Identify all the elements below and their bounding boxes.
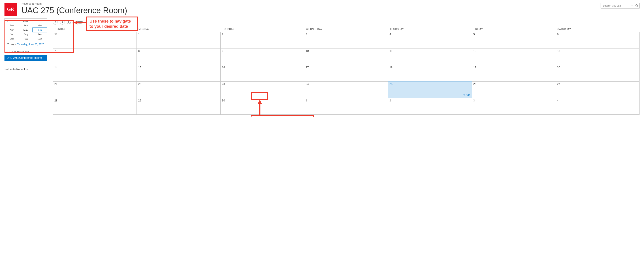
day-number: 31: [54, 33, 135, 36]
day-number: 21: [54, 82, 135, 86]
add-event-button[interactable]: ✚Add: [463, 93, 470, 97]
calendar-grid-icon: [5, 51, 8, 53]
calendar-day-cell[interactable]: 1: [137, 32, 220, 48]
day-header: FRIDAY: [472, 26, 556, 32]
calendar-day-cell[interactable]: 14: [53, 65, 137, 82]
calendar-day-cell[interactable]: 1: [304, 98, 388, 115]
calendar-day-cell[interactable]: 27: [556, 82, 639, 98]
day-header: TUESDAY: [220, 26, 304, 32]
mini-month-jul[interactable]: Jul: [5, 32, 19, 37]
day-number: 12: [473, 49, 554, 52]
search-box[interactable]: ▾: [600, 3, 640, 8]
calendar-day-cell[interactable]: 12: [472, 48, 556, 65]
calendar-day-cell[interactable]: 20: [556, 65, 639, 82]
calendar-day-cell[interactable]: 16: [220, 65, 304, 82]
calendars-in-view-heading: Calendars in View: [4, 50, 47, 54]
mini-month-grid: JanFebMarAprMayJunJulAugSepOctNovDec: [5, 23, 47, 41]
search-icon[interactable]: [634, 3, 639, 8]
day-header: THURSDAY: [388, 26, 472, 32]
day-header: WEDNESDAY: [304, 26, 388, 32]
calendar-day-cell[interactable]: 18: [388, 65, 472, 82]
calendar-day-cell[interactable]: 7: [53, 48, 137, 65]
mini-month-oct[interactable]: Oct: [5, 37, 19, 41]
calendar-day-cell[interactable]: 2: [388, 98, 472, 115]
day-number: 2: [390, 99, 470, 102]
mini-month-jun[interactable]: Jun: [32, 27, 47, 32]
mini-month-mar[interactable]: Mar: [33, 23, 47, 28]
month-prev-icon[interactable]: [53, 20, 58, 24]
day-number: 10: [306, 49, 386, 52]
mini-month-picker: ◄ 2020 ► JanFebMarAprMayJunJulAugSepOctN…: [4, 18, 47, 47]
calendar-day-cell[interactable]: 13: [556, 48, 639, 65]
month-next-icon[interactable]: [60, 20, 65, 24]
calendar-day-cell[interactable]: 10: [304, 48, 388, 65]
mini-month-may[interactable]: May: [19, 28, 33, 32]
mini-year-label[interactable]: 2020: [23, 19, 28, 22]
day-number: 7: [54, 49, 135, 52]
calendar-day-cell[interactable]: 9: [220, 48, 304, 65]
calendar-day-cell[interactable]: 30: [220, 98, 304, 115]
mini-year-next-icon[interactable]: ►: [44, 20, 46, 22]
mini-month-feb[interactable]: Feb: [19, 23, 33, 28]
calendar-day-cell[interactable]: 19: [472, 65, 556, 82]
day-number: 20: [557, 66, 638, 69]
search-input[interactable]: [601, 3, 630, 8]
day-number: 25: [390, 82, 470, 86]
calendar-day-cell[interactable]: 28: [53, 98, 137, 115]
mini-month-nov[interactable]: Nov: [19, 37, 33, 41]
day-number: 30: [222, 99, 303, 102]
day-number: 24: [306, 82, 386, 86]
calendar-day-cell[interactable]: 11: [388, 48, 472, 65]
mini-today-caption: Today is Thursday, June 25, 2020: [5, 41, 47, 47]
calendar-day-cell[interactable]: 8: [137, 48, 220, 65]
calendar-day-cell[interactable]: 26: [472, 82, 556, 98]
page-title: UAC 275 (Conference Room): [22, 6, 127, 15]
calendar-day-cell[interactable]: 29: [137, 98, 220, 115]
mini-month-dec[interactable]: Dec: [33, 37, 47, 41]
calendar-day-cell[interactable]: 22: [137, 82, 220, 98]
day-number: 19: [473, 66, 554, 69]
calendar-in-view-item[interactable]: UAC 275 (Conference Room): [4, 55, 47, 61]
calendar-day-cell[interactable]: 6: [556, 32, 639, 48]
mini-today-link[interactable]: Thursday, June 25, 2020: [17, 43, 44, 46]
mini-month-aug[interactable]: Aug: [19, 32, 33, 37]
annotation-label-nav: Use these to navigate to your desired da…: [86, 16, 138, 31]
search-scope-dropdown-icon[interactable]: ▾: [630, 4, 634, 8]
day-number: 6: [557, 33, 638, 36]
calendar-day-cell[interactable]: 3: [472, 98, 556, 115]
calendar-day-cell[interactable]: 3: [304, 32, 388, 48]
calendar-day-cell[interactable]: 15: [137, 65, 220, 82]
mini-year-prev-icon[interactable]: ◄: [6, 20, 8, 22]
day-number: 28: [54, 99, 135, 102]
day-number: 16: [222, 66, 303, 69]
calendar-day-cell[interactable]: 31: [53, 32, 137, 48]
mini-month-sep[interactable]: Sep: [33, 32, 47, 37]
day-number: 29: [138, 99, 219, 102]
return-to-room-list-link[interactable]: Return to Room List: [4, 68, 47, 71]
mini-month-apr[interactable]: Apr: [5, 28, 19, 32]
site-logo: GR: [4, 3, 17, 16]
day-number: 1: [138, 33, 219, 36]
day-number: 23: [222, 82, 303, 86]
calendar-day-cell[interactable]: 24: [304, 82, 388, 98]
calendar-day-cell[interactable]: 4: [556, 98, 639, 115]
calendar-day-cell[interactable]: 25✚Add: [388, 82, 472, 98]
day-header: MONDAY: [137, 26, 220, 32]
calendar-day-cell[interactable]: 23: [220, 82, 304, 98]
day-number: 8: [138, 49, 219, 52]
day-number: 2: [222, 33, 303, 36]
day-number: 26: [473, 82, 554, 86]
calendar-day-cell[interactable]: 17: [304, 65, 388, 82]
day-number: 11: [390, 49, 470, 52]
breadcrumb[interactable]: Reserve a Room: [22, 2, 127, 5]
svg-line-1: [637, 6, 638, 7]
day-number: 27: [557, 82, 638, 86]
calendar-day-cell[interactable]: 5: [472, 32, 556, 48]
calendar-day-cell[interactable]: 4: [388, 32, 472, 48]
day-number: 4: [390, 33, 470, 36]
day-number: 9: [222, 49, 303, 52]
calendar-day-cell[interactable]: 21: [53, 82, 137, 98]
calendar-day-cell[interactable]: 2: [220, 32, 304, 48]
mini-month-jan[interactable]: Jan: [5, 23, 19, 28]
day-number: 14: [54, 66, 135, 69]
